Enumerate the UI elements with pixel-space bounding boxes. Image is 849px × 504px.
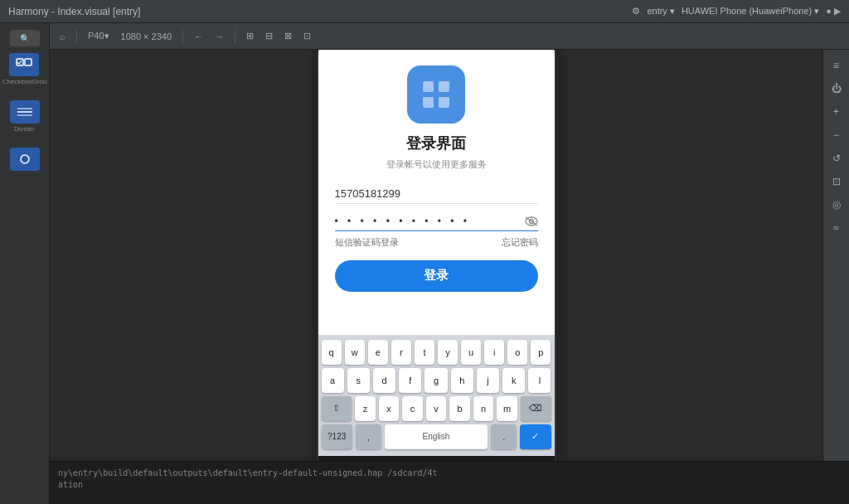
phone-screen: 登录界面 登录帐号以使用更多服务 15705181299 • • • • • •… xyxy=(318,50,555,456)
key-k[interactable]: k xyxy=(502,368,525,393)
toolbar-sep2 xyxy=(182,30,183,43)
form-links: 短信验证码登录 忘记密码 xyxy=(335,236,538,249)
palette-search[interactable]: 🔍 xyxy=(10,30,40,46)
app-content: 登录界面 登录帐号以使用更多服务 15705181299 • • • • • •… xyxy=(318,50,555,335)
key-4[interactable]: r xyxy=(391,340,411,365)
sms-login-link[interactable]: 短信验证码登录 xyxy=(335,236,399,249)
svg-point-5 xyxy=(21,155,29,163)
zoom-btn[interactable]: ⌕ xyxy=(56,30,69,43)
component-palette: 🔍 CheckboxGrou Divider xyxy=(0,23,50,504)
key-v[interactable]: v xyxy=(426,396,447,421)
key-6[interactable]: y xyxy=(438,340,458,365)
layout-icon2[interactable]: ⊟ xyxy=(262,29,276,43)
phone-bottom-nav: ▽ ○ □ ⌨ xyxy=(318,456,555,462)
key-2[interactable]: w xyxy=(345,340,365,365)
key-8[interactable]: i xyxy=(484,340,504,365)
key-num-sym[interactable]: ?123 xyxy=(322,424,352,449)
ide-toolbar: ⌕ P40▾ 1080 × 2340 ← → ⊞ ⊟ ⊠ ⊡ xyxy=(50,23,849,50)
key-m[interactable]: m xyxy=(497,396,517,421)
layout-icon3[interactable]: ⊠ xyxy=(281,29,295,43)
toolbar-sep3 xyxy=(235,30,235,43)
bottom-panel-text2: ation xyxy=(58,480,841,489)
keyboard-row-numbers: q w e r t y u i o p xyxy=(322,340,551,365)
phone-number-display: 15705181299 xyxy=(335,184,538,203)
keyboard-row-3: ⇧ z x c v b n m ⌫ xyxy=(322,396,551,421)
device-label[interactable]: P40▾ xyxy=(85,29,113,43)
svg-rect-10 xyxy=(439,97,449,108)
phone-input-field[interactable]: 15705181299 xyxy=(335,184,538,204)
key-z[interactable]: z xyxy=(355,396,376,421)
nav-fwd[interactable]: → xyxy=(211,30,227,43)
key-c[interactable]: c xyxy=(402,396,423,421)
preview-and-props: 12:59 ▲▲ xyxy=(50,50,849,461)
key-h[interactable]: h xyxy=(451,368,473,393)
device-tool-menu[interactable]: ≡ xyxy=(827,56,846,75)
key-n[interactable]: n xyxy=(473,396,494,421)
svg-rect-8 xyxy=(439,81,449,92)
keyboard: q w e r t y u i o p xyxy=(318,335,555,456)
key-period[interactable]: . xyxy=(491,424,517,449)
password-input-container[interactable]: • • • • • • • • • • • xyxy=(335,212,538,231)
key-d[interactable]: d xyxy=(373,368,395,393)
device-tool-power[interactable]: ⏻ xyxy=(827,80,846,98)
ide-header-controls: ⚙ entry ▾ HUAWEI Phone (HuaweiPhone) ▾ ●… xyxy=(632,6,841,17)
palette-item-other[interactable] xyxy=(10,148,40,172)
key-g[interactable]: g xyxy=(424,368,447,393)
key-comma[interactable]: , xyxy=(356,424,381,449)
device-tool-volume-down[interactable]: − xyxy=(827,126,846,144)
key-9[interactable]: o xyxy=(507,340,527,365)
keyboard-row-2: a s d f g h j k l xyxy=(322,368,551,393)
ide-layout: 🔍 CheckboxGrou Divider ⌕ P40▾ 1080 × 23 xyxy=(0,23,849,504)
main-center: ⌕ P40▾ 1080 × 2340 ← → ⊞ ⊟ ⊠ ⊡ 12:59 xyxy=(50,23,849,504)
preview-content: 12:59 ▲▲ xyxy=(50,50,822,461)
device-tool-volume-up[interactable]: + xyxy=(827,103,846,121)
key-delete[interactable]: ⌫ xyxy=(521,396,551,421)
layout-icon4[interactable]: ⊡ xyxy=(300,29,314,43)
device-tool-screenshot[interactable]: ⊡ xyxy=(827,172,846,191)
device-dropdown[interactable]: HUAWEI Phone (HuaweiPhone) ▾ xyxy=(682,6,819,17)
key-l[interactable]: l xyxy=(528,368,551,393)
palette-label-divider: Divider xyxy=(14,125,35,133)
key-3[interactable]: e xyxy=(368,340,388,365)
device-tool-gps[interactable]: ◎ xyxy=(827,196,846,214)
device-tool-wifi[interactable]: ≈ xyxy=(827,219,846,237)
bottom-panel: ny\entry\build\default\outputs\default\e… xyxy=(50,461,849,504)
right-device-toolbar: ≡ ⏻ + − ↺ ⊡ ◎ ≈ xyxy=(822,50,849,461)
run-stop-icons[interactable]: ● ▶ xyxy=(826,6,841,17)
palette-item-checkbox[interactable]: CheckboxGrou xyxy=(2,53,46,85)
checkbox-icon xyxy=(9,53,39,76)
key-j[interactable]: j xyxy=(477,368,499,393)
key-x[interactable]: x xyxy=(379,396,400,421)
key-s[interactable]: s xyxy=(347,368,370,393)
key-0[interactable]: p xyxy=(531,340,551,365)
app-title: 登录界面 xyxy=(406,133,466,153)
key-f[interactable]: f xyxy=(399,368,421,393)
layout-icon1[interactable]: ⊞ xyxy=(243,29,257,43)
bottom-panel-text1: ny\entry\build\default\outputs\default\e… xyxy=(58,467,841,480)
other-icon xyxy=(10,148,40,171)
resolution-label: 1080 × 2340 xyxy=(118,30,175,43)
key-a[interactable]: a xyxy=(322,368,344,393)
key-b[interactable]: b xyxy=(449,396,470,421)
login-button[interactable]: 登录 xyxy=(335,260,538,292)
key-5[interactable]: t xyxy=(415,340,434,365)
palette-item-divider[interactable]: Divider xyxy=(10,100,40,133)
phone-frame: 12:59 ▲▲ xyxy=(318,50,555,461)
ide-title: Harmony - Index.visual [entry] xyxy=(8,6,140,17)
device-tool-rotate[interactable]: ↺ xyxy=(827,149,846,167)
entry-dropdown[interactable]: entry ▾ xyxy=(647,6,675,17)
app-logo xyxy=(407,65,465,124)
keyboard-row-4: ?123 , English . ✓ xyxy=(322,424,551,449)
key-enter[interactable]: ✓ xyxy=(520,424,551,449)
password-dots-display: • • • • • • • • • • • xyxy=(335,212,538,230)
key-shift[interactable]: ⇧ xyxy=(322,396,352,421)
settings-icon[interactable]: ⚙ xyxy=(632,6,640,17)
nav-back[interactable]: ← xyxy=(191,30,206,43)
toggle-password-icon[interactable] xyxy=(525,216,538,229)
forgot-password-link[interactable]: 忘记密码 xyxy=(502,236,538,249)
key-space[interactable]: English xyxy=(385,424,488,449)
key-1[interactable]: q xyxy=(322,340,342,365)
toolbar-sep1 xyxy=(76,30,77,43)
divider-icon xyxy=(10,100,40,124)
key-7[interactable]: u xyxy=(461,340,481,365)
